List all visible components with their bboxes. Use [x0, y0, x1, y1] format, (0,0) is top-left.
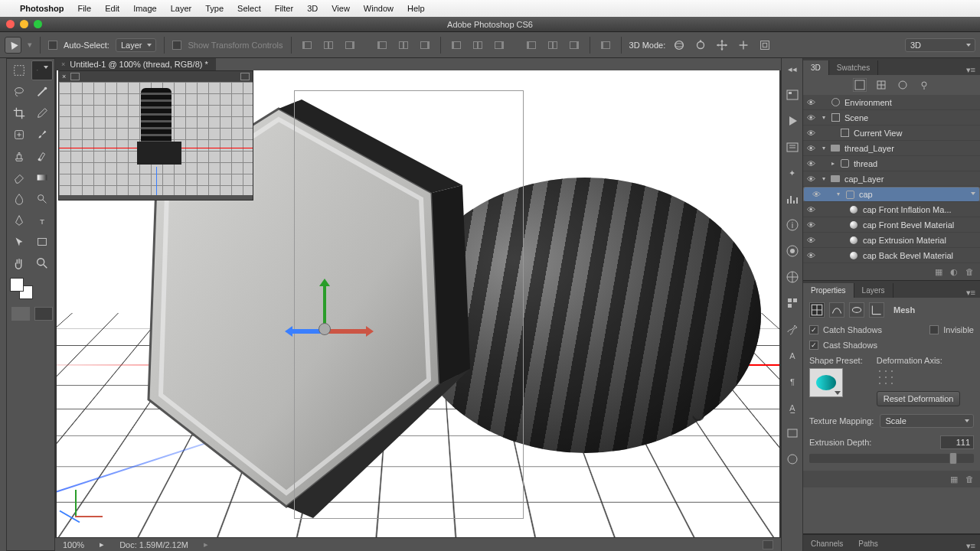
secondary-view-swap-icon[interactable]: [70, 73, 80, 80]
healing-brush-tool[interactable]: [8, 125, 30, 145]
delete-icon[interactable]: 🗑: [965, 267, 974, 276]
hand-tool[interactable]: [8, 253, 30, 273]
cast-shadows-checkbox[interactable]: ✓: [809, 341, 818, 350]
extrusion-depth-slider[interactable]: [809, 454, 974, 463]
distribute-6-icon[interactable]: [567, 38, 581, 52]
clone-stamp-tool[interactable]: [8, 146, 30, 166]
gradient-tool[interactable]: [31, 168, 53, 187]
color-swatches[interactable]: [10, 278, 33, 299]
rectangle-tool[interactable]: [31, 232, 53, 252]
menu-image[interactable]: Image: [133, 4, 157, 13]
move-tool[interactable]: [31, 60, 53, 80]
zoom-window-button[interactable]: [34, 20, 42, 28]
path-selection-tool[interactable]: [8, 232, 30, 252]
menu-window[interactable]: Window: [364, 4, 394, 13]
deform-mode-icon[interactable]: [829, 302, 844, 318]
gizmo-x-axis[interactable]: [325, 329, 368, 334]
reset-deformation-button[interactable]: Reset Deformation: [877, 391, 961, 406]
zoom-slider-icon[interactable]: ▸: [100, 540, 104, 549]
distribute-2-icon[interactable]: [471, 38, 485, 52]
menu-3d[interactable]: 3D: [307, 4, 318, 13]
standard-mode-icon[interactable]: [11, 307, 30, 321]
tree-row[interactable]: 👁cap Back Bevel Material: [803, 248, 980, 263]
eyedropper-tool[interactable]: [31, 103, 53, 123]
panel-menu-icon[interactable]: ▾≡: [962, 65, 980, 75]
mini-bridge-icon[interactable]: [785, 87, 800, 103]
brush-tool[interactable]: [31, 125, 53, 145]
quick-mask-icon[interactable]: [34, 307, 53, 321]
deformation-axis-picker[interactable]: [877, 368, 895, 386]
tab-channels[interactable]: Channels: [803, 536, 851, 551]
collapse-strip-icon[interactable]: ◂◂: [785, 61, 800, 77]
visibility-eye-icon[interactable]: 👁: [803, 174, 818, 184]
menu-view[interactable]: View: [332, 4, 350, 13]
tree-row[interactable]: 👁▾cap: [803, 187, 980, 202]
tree-row[interactable]: 👁▸thread: [803, 156, 980, 171]
dodge-tool[interactable]: [31, 189, 53, 209]
menu-edit[interactable]: Edit: [105, 4, 119, 13]
visibility-eye-icon[interactable]: 👁: [803, 205, 818, 214]
align-top-icon[interactable]: [300, 38, 314, 52]
secondary-view-close-icon[interactable]: ×: [62, 73, 66, 80]
menu-select[interactable]: Select: [237, 4, 261, 13]
bottom-panel-menu-icon[interactable]: ▾≡: [962, 541, 980, 551]
align-left-icon[interactable]: [375, 38, 389, 52]
current-tool-icon[interactable]: [5, 37, 21, 54]
histogram-icon[interactable]: [785, 191, 800, 207]
texture-mapping-dropdown[interactable]: Scale: [880, 414, 974, 428]
3d-pan-icon[interactable]: [715, 38, 729, 52]
tree-row[interactable]: 👁Environment: [803, 95, 980, 110]
shape-preset-picker[interactable]: [809, 368, 843, 397]
disclosure-icon[interactable]: ▾: [818, 114, 829, 121]
styles-icon[interactable]: [785, 295, 800, 311]
eraser-tool[interactable]: [8, 168, 30, 187]
distribute-4-icon[interactable]: [524, 38, 538, 52]
paragraph-icon[interactable]: ¶: [785, 373, 800, 389]
properties-menu-icon[interactable]: ▾≡: [962, 288, 980, 298]
lasso-tool[interactable]: [8, 82, 30, 102]
show-transform-checkbox[interactable]: [172, 41, 181, 50]
crop-tool[interactable]: [8, 103, 30, 123]
tree-row[interactable]: 👁▾thread_Layer: [803, 141, 980, 156]
3d-orbit-icon[interactable]: [672, 38, 686, 52]
3d-scale-icon[interactable]: [758, 38, 772, 52]
magic-wand-tool[interactable]: [31, 82, 53, 102]
gizmo-center[interactable]: [318, 323, 331, 335]
menu-help[interactable]: Help: [407, 4, 425, 13]
visibility-eye-icon[interactable]: 👁: [803, 159, 818, 168]
blur-tool[interactable]: [8, 189, 30, 209]
tab-3d[interactable]: 3D: [803, 60, 829, 75]
character-icon[interactable]: A: [785, 347, 800, 363]
tree-row[interactable]: 👁▾cap_Layer: [803, 171, 980, 187]
invisible-checkbox[interactable]: [929, 325, 939, 334]
visibility-eye-icon[interactable]: 👁: [803, 129, 818, 138]
tree-row[interactable]: 👁cap Front Inflation Ma...: [803, 202, 980, 217]
coords-mode-icon[interactable]: [869, 302, 884, 318]
align-right-icon[interactable]: [418, 38, 432, 52]
scroll-right-icon[interactable]: [763, 540, 773, 549]
render-icon[interactable]: ▦: [935, 267, 942, 277]
auto-select-checkbox[interactable]: [48, 41, 57, 50]
filter-meshes-icon[interactable]: [874, 78, 888, 92]
visibility-eye-icon[interactable]: 👁: [803, 113, 818, 122]
minimize-window-button[interactable]: [20, 20, 28, 28]
secondary-view-panel[interactable]: ×: [58, 70, 253, 201]
tab-layers[interactable]: Layers: [854, 283, 893, 298]
disclosure-icon[interactable]: ▸: [828, 160, 838, 167]
disclosure-icon[interactable]: ▾: [818, 145, 829, 152]
close-window-button[interactable]: [6, 20, 15, 28]
workspace-switcher[interactable]: 3D: [905, 38, 975, 52]
tab-properties[interactable]: Properties: [803, 283, 854, 298]
canvas[interactable]: ×: [57, 70, 779, 537]
disclosure-icon[interactable]: ▾: [833, 188, 844, 201]
tree-row[interactable]: 👁Current View: [803, 126, 980, 141]
history-icon[interactable]: [785, 139, 800, 155]
visibility-eye-icon[interactable]: 👁: [803, 144, 818, 153]
3d-slide-icon[interactable]: [737, 38, 750, 52]
tab-swatches[interactable]: Swatches: [829, 60, 878, 75]
tree-row[interactable]: 👁▾Scene: [803, 110, 980, 126]
visibility-eye-icon[interactable]: 👁: [803, 251, 818, 260]
visibility-eye-icon[interactable]: 👁: [808, 188, 824, 201]
adjustments-icon[interactable]: [785, 269, 800, 285]
auto-align-icon[interactable]: [599, 38, 612, 52]
